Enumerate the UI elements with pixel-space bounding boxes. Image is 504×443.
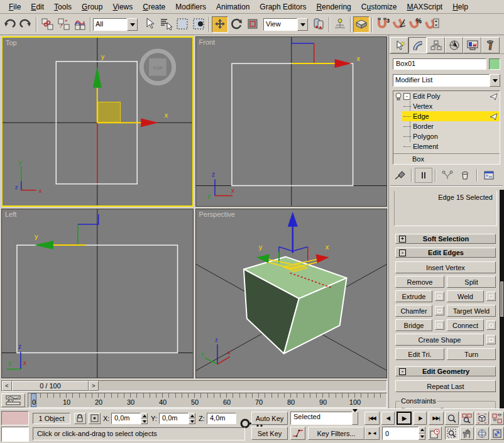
- viewport-left[interactable]: Left y z y x: [1, 209, 194, 379]
- next-frame-button[interactable]: |▶: [414, 412, 427, 425]
- tab-display[interactable]: [463, 37, 481, 53]
- menu-edit[interactable]: Edit: [26, 1, 49, 13]
- undo-button[interactable]: [1, 16, 18, 33]
- select-and-manipulate-button[interactable]: [332, 16, 348, 33]
- selection-filter-dropdown-button[interactable]: [127, 18, 138, 31]
- scrollbar-thumb[interactable]: [500, 282, 503, 317]
- viewport-top[interactable]: Top TOP y x y: [1, 36, 194, 207]
- time-slider-handle[interactable]: 0 / 100: [12, 381, 89, 391]
- previous-frame-button[interactable]: ◀|: [381, 412, 395, 425]
- viewport-left-label[interactable]: Left: [5, 211, 16, 218]
- tab-modify[interactable]: [408, 37, 427, 53]
- menu-animation[interactable]: Animation: [211, 1, 255, 13]
- object-color-swatch[interactable]: [489, 58, 500, 70]
- zoom-extents-button[interactable]: [475, 412, 489, 425]
- reference-coordinate-combo[interactable]: View: [263, 18, 308, 31]
- y-spinner[interactable]: [189, 413, 195, 424]
- go-to-start-button[interactable]: |◀◀: [364, 412, 380, 425]
- remove-button[interactable]: Remove: [395, 276, 444, 288]
- menu-views[interactable]: Views: [107, 1, 138, 13]
- key-mode-dropdown-button[interactable]: [352, 412, 358, 425]
- weld-button[interactable]: Weld: [447, 290, 484, 302]
- connect-button[interactable]: Connect: [447, 319, 484, 331]
- key-filters-button[interactable]: Key Filters...: [308, 427, 364, 440]
- current-frame-field[interactable]: 0: [382, 427, 419, 440]
- menu-help[interactable]: Help: [447, 1, 473, 13]
- z-coordinate-field[interactable]: 4,0m: [207, 413, 236, 424]
- keyboard-shortcut-override-button[interactable]: [353, 16, 370, 33]
- x-coordinate-field[interactable]: 0,0m: [111, 413, 141, 424]
- play-button[interactable]: ▶: [397, 412, 412, 425]
- make-unique-button[interactable]: [439, 168, 456, 182]
- snaps-toggle-button[interactable]: 3: [375, 16, 391, 33]
- stack-item-element[interactable]: Element: [402, 141, 500, 151]
- select-and-rotate-button[interactable]: [228, 16, 244, 33]
- viewcube[interactable]: TOP: [141, 51, 174, 84]
- modifier-list-combo[interactable]: Modifier List: [393, 74, 500, 87]
- open-mini-curve-editor-button[interactable]: [1, 393, 25, 407]
- select-and-move-button[interactable]: [212, 16, 228, 33]
- stack-item-border[interactable]: Border: [402, 121, 500, 131]
- selection-filter-combo[interactable]: All: [93, 18, 138, 31]
- modifier-list-dropdown-button[interactable]: [490, 74, 500, 87]
- menu-graph-editors[interactable]: Graph Editors: [255, 1, 311, 13]
- maximize-viewport-toggle-button[interactable]: [490, 427, 504, 440]
- stack-expand-box[interactable]: -: [403, 93, 410, 100]
- maxscript-mini-listener-pink[interactable]: [1, 411, 29, 425]
- zoom-all-button[interactable]: [460, 412, 474, 425]
- menu-tools[interactable]: Tools: [49, 1, 77, 13]
- spinner-snap-toggle-button[interactable]: [424, 16, 440, 33]
- weld-settings-button[interactable]: [486, 292, 496, 301]
- angle-snap-toggle-button[interactable]: [391, 16, 407, 33]
- create-shape-settings-button[interactable]: [486, 335, 496, 344]
- rollout-edit-geometry[interactable]: - Edit Geometry: [395, 366, 496, 376]
- create-shape-button[interactable]: Create Shape: [395, 334, 484, 346]
- menu-rendering[interactable]: Rendering: [311, 1, 356, 13]
- tab-motion[interactable]: [445, 37, 463, 53]
- split-button[interactable]: Split: [447, 276, 496, 288]
- connect-settings-button[interactable]: [486, 320, 496, 330]
- collapse-icon[interactable]: -: [399, 368, 406, 375]
- zoom-button[interactable]: [445, 412, 459, 425]
- select-by-name-button[interactable]: [158, 16, 174, 33]
- viewport-perspective[interactable]: Perspective: [195, 209, 388, 379]
- extrude-settings-button[interactable]: [435, 292, 444, 301]
- reference-coordinate-dropdown-button[interactable]: [297, 18, 308, 31]
- menu-modifiers[interactable]: Modifiers: [170, 1, 211, 13]
- expand-icon[interactable]: +: [399, 236, 406, 243]
- panel-scrollbar[interactable]: [500, 190, 504, 408]
- use-pivot-point-center-button[interactable]: [310, 16, 327, 33]
- set-key-button[interactable]: Set Key: [251, 427, 288, 440]
- auto-key-button[interactable]: Auto Key: [251, 412, 288, 425]
- window-crossing-button[interactable]: [190, 16, 207, 33]
- unlink-selection-button[interactable]: [55, 16, 72, 33]
- time-slider-track[interactable]: < 0 / 100 >: [1, 380, 387, 391]
- go-to-end-button[interactable]: ▶▶|: [429, 412, 444, 425]
- selection-lock-toggle[interactable]: [74, 413, 86, 424]
- viewport-front[interactable]: Front x z y x: [195, 36, 388, 207]
- previous-frame-arrow-button[interactable]: <: [2, 381, 12, 391]
- stack-item-edit-poly[interactable]: - Edit Poly: [393, 91, 500, 101]
- zoom-extents-all-button[interactable]: [490, 412, 504, 425]
- region-zoom-button[interactable]: [445, 427, 459, 440]
- repeat-last-button[interactable]: Repeat Last: [395, 380, 496, 392]
- redo-button[interactable]: [18, 16, 34, 33]
- maxscript-mini-listener-white[interactable]: [1, 427, 29, 442]
- absolute-offset-toggle[interactable]: [89, 413, 101, 424]
- chamfer-settings-button[interactable]: [435, 306, 444, 315]
- object-name-field[interactable]: Box01: [393, 58, 486, 70]
- target-weld-button[interactable]: Target Weld: [447, 305, 496, 317]
- collapse-icon[interactable]: -: [399, 249, 406, 256]
- default-in-out-tangents-button[interactable]: [290, 427, 305, 440]
- pan-view-button[interactable]: [460, 427, 474, 440]
- track-bar-ruler[interactable]: 0 10 20 30 40 50 60 70 80 90 100: [28, 393, 387, 408]
- tab-utilities[interactable]: [481, 37, 500, 53]
- tab-hierarchy[interactable]: [427, 37, 445, 53]
- frame-spinner[interactable]: [419, 427, 425, 440]
- edit-tri-button[interactable]: Edit Tri.: [395, 348, 444, 360]
- next-frame-arrow-button[interactable]: >: [89, 381, 99, 391]
- select-object-button[interactable]: [141, 16, 158, 33]
- rectangular-selection-region-button[interactable]: [174, 16, 190, 33]
- tab-create[interactable]: [390, 37, 408, 53]
- y-coordinate-field[interactable]: 0,0m: [159, 413, 189, 424]
